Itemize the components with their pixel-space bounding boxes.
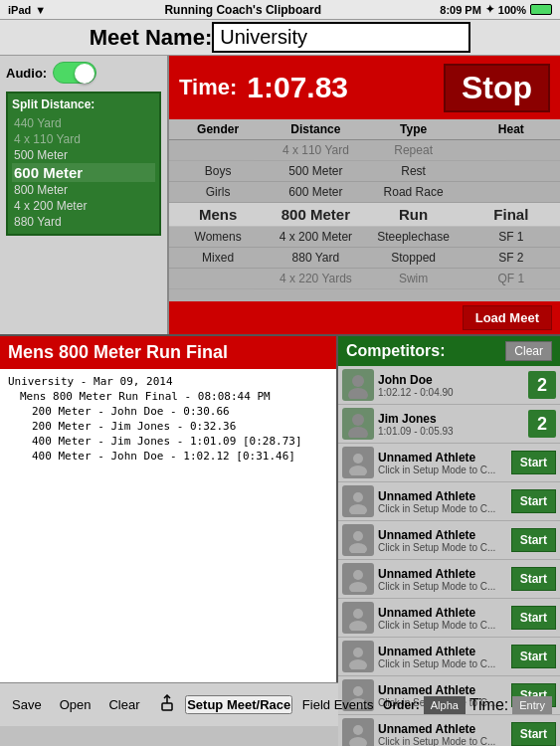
competitor-name-5: Unnamed Athlete	[378, 567, 507, 581]
split-item-3[interactable]: 600 Meter	[12, 163, 155, 182]
competitor-avatar-1	[342, 408, 374, 440]
start-button-3[interactable]: Start	[511, 489, 556, 513]
race-cell-heat-5: SF 2	[463, 250, 560, 266]
start-button-7[interactable]: Start	[511, 645, 556, 668]
log-line-3: 200 Meter - Jim Jones - 0:32.36	[32, 420, 328, 433]
competitor-row-3[interactable]: Unnamed Athlete Click in Setup Mode to C…	[338, 482, 560, 521]
start-button-2[interactable]: Start	[511, 451, 556, 474]
split-item-4[interactable]: 800 Meter	[12, 182, 155, 198]
race-cell-distance-3: 800 Meter	[267, 205, 364, 224]
start-button-5[interactable]: Start	[511, 567, 556, 591]
time-order-label: Time:	[469, 696, 508, 714]
meet-name-input[interactable]	[212, 22, 470, 53]
entry-button[interactable]: Entry	[512, 696, 552, 714]
competitor-info-1: Jim Jones 1:01.09 - 0:05.93	[378, 412, 524, 437]
competitor-avatar-3	[342, 485, 374, 517]
competitor-row-1[interactable]: Jim Jones 1:01.09 - 0:05.93 2	[338, 405, 560, 444]
race-cell-heat-6: QF 1	[463, 271, 560, 286]
race-cell-heat-0	[463, 149, 560, 151]
race-row-2[interactable]: Girls 600 Meter Road Race	[169, 182, 560, 203]
field-events-button[interactable]: Field Events	[298, 693, 378, 716]
audio-toggle[interactable]	[53, 62, 96, 84]
toggle-knob	[75, 64, 94, 84]
race-row-5[interactable]: Mixed 880 Yard Stopped SF 2	[169, 248, 560, 269]
left-panel: Audio: Split Distance: 440 Yard 4 x 110 …	[0, 56, 169, 334]
competitor-info-5: Unnamed Athlete Click in Setup Mode to C…	[378, 567, 507, 592]
race-row-6[interactable]: 4 x 220 Yards Swim QF 1	[169, 269, 560, 289]
race-cell-distance-6: 4 x 220 Yards	[267, 271, 364, 286]
race-row-3[interactable]: Mens 800 Meter Run Final	[169, 203, 560, 227]
split-item-1[interactable]: 4 x 110 Yard	[12, 131, 155, 147]
split-item-5[interactable]: 4 x 200 Meter	[12, 198, 155, 214]
competitor-sub-2: Click in Setup Mode to C...	[378, 465, 507, 475]
svg-point-14	[353, 648, 363, 657]
svg-rect-20	[162, 703, 172, 710]
stop-button[interactable]: Stop	[444, 64, 550, 112]
start-button-4[interactable]: Start	[511, 528, 556, 552]
competitor-row-5[interactable]: Unnamed Athlete Click in Setup Mode to C…	[338, 560, 560, 599]
start-button-9[interactable]: Start	[511, 722, 556, 746]
svg-point-19	[349, 737, 367, 746]
start-button-6[interactable]: Start	[511, 606, 556, 630]
competitor-sub-1: 1:01.09 - 0:05.93	[378, 426, 524, 437]
race-cell-gender-6	[169, 278, 267, 280]
alpha-button[interactable]: Alpha	[424, 696, 466, 714]
right-panel: Time: 1:07.83 Stop Gender Distance Type …	[169, 56, 560, 334]
audio-row: Audio:	[6, 62, 161, 84]
share-button[interactable]	[154, 690, 180, 719]
clear-toolbar-button[interactable]: Clear	[104, 693, 143, 716]
race-row-1[interactable]: Boys 500 Meter Rest	[169, 161, 560, 182]
competitor-name-9: Unnamed Athlete	[378, 722, 507, 736]
svg-point-15	[349, 659, 367, 669]
svg-point-13	[349, 621, 367, 631]
competitor-avatar-9	[342, 718, 374, 746]
competitor-row-9[interactable]: Unnamed Athlete Click in Setup Mode to C…	[338, 715, 560, 746]
time-display: 8:09 PM	[440, 4, 481, 16]
race-column-headers: Gender Distance Type Heat	[169, 119, 560, 140]
competitor-row-0[interactable]: John Doe 1:02.12 - 0:04.90 2	[338, 366, 560, 405]
split-item-0[interactable]: 440 Yard	[12, 115, 155, 131]
competitor-avatar-0	[342, 369, 374, 401]
competitor-name-7: Unnamed Athlete	[378, 645, 507, 658]
log-panel: Mens 800 Meter Run Final University - Ma…	[0, 336, 338, 682]
race-cell-distance-1: 500 Meter	[267, 163, 364, 179]
competitor-row-4[interactable]: Unnamed Athlete Click in Setup Mode to C…	[338, 521, 560, 560]
save-button[interactable]: Save	[8, 693, 46, 716]
competitor-row-7[interactable]: Unnamed Athlete Click in Setup Mode to C…	[338, 638, 560, 676]
competitor-name-3: Unnamed Athlete	[378, 489, 507, 503]
svg-point-6	[353, 492, 363, 502]
log-line-0: University - Mar 09, 2014	[8, 375, 328, 388]
setup-meet-race-button[interactable]: Setup Meet/Race	[185, 695, 292, 714]
log-title: Mens 800 Meter Run Final	[0, 336, 336, 369]
split-distance-title: Split Distance:	[12, 97, 155, 111]
race-row-4[interactable]: Womens 4 x 200 Meter Steeplechase SF 1	[169, 227, 560, 248]
race-cell-type-2: Road Race	[365, 184, 463, 200]
split-item-2[interactable]: 500 Meter	[12, 147, 155, 163]
competitors-header: Competitors: Clear	[338, 336, 560, 366]
svg-point-2	[352, 414, 364, 426]
log-line-2: 200 Meter - John Doe - 0:30.66	[32, 405, 328, 418]
col-type: Type	[365, 122, 463, 136]
split-item-6[interactable]: 880 Yard	[12, 214, 155, 230]
competitors-clear-button[interactable]: Clear	[505, 341, 552, 361]
carrier-label: iPad	[8, 4, 31, 16]
race-rows: 4 x 110 Yard Repeat Boys 500 Meter Rest …	[169, 140, 560, 301]
app-title: Running Coach's Clipboard	[164, 3, 321, 17]
open-button[interactable]: Open	[56, 693, 95, 716]
log-line-4: 400 Meter - Jim Jones - 1:01.09 [0:28.73…	[32, 435, 328, 448]
audio-label: Audio:	[6, 66, 47, 81]
svg-point-12	[353, 609, 363, 619]
competitor-number-1: 2	[528, 410, 556, 438]
race-cell-gender-1: Boys	[169, 163, 267, 179]
col-heat: Heat	[463, 122, 560, 136]
competitor-avatar-7	[342, 641, 374, 672]
race-cell-heat-3: Final	[463, 205, 560, 224]
race-cell-distance-5: 880 Yard	[267, 250, 364, 266]
competitor-info-7: Unnamed Athlete Click in Setup Mode to C…	[378, 645, 507, 669]
competitor-name-6: Unnamed Athlete	[378, 606, 507, 620]
race-row-0[interactable]: 4 x 110 Yard Repeat	[169, 140, 560, 161]
competitor-row-2[interactable]: Unnamed Athlete Click in Setup Mode to C…	[338, 444, 560, 482]
competitor-name-2: Unnamed Athlete	[378, 451, 507, 465]
competitor-row-6[interactable]: Unnamed Athlete Click in Setup Mode to C…	[338, 599, 560, 638]
load-meet-button[interactable]: Load Meet	[463, 305, 552, 330]
